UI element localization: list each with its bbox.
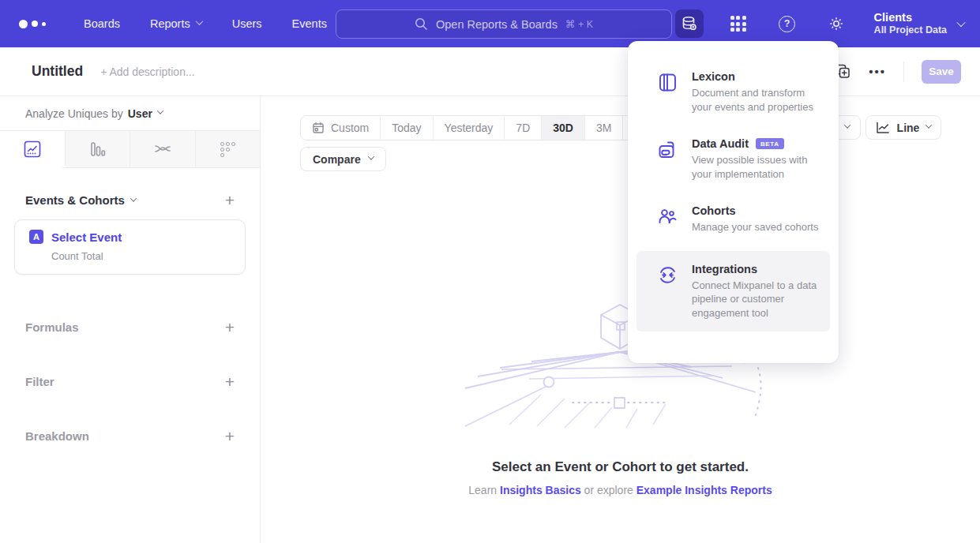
nav-events[interactable]: Events xyxy=(292,17,327,30)
line-chart-icon xyxy=(23,140,42,159)
range-30d[interactable]: 30D xyxy=(542,116,585,140)
filter-section-label: Filter xyxy=(25,375,54,388)
report-title[interactable]: Untitled xyxy=(32,63,83,80)
cohorts-people-icon xyxy=(657,206,678,227)
chevron-down-icon xyxy=(956,18,965,27)
events-cohorts-section-toggle[interactable]: Events & Cohorts xyxy=(25,193,136,207)
nav-boards[interactable]: Boards xyxy=(84,17,120,30)
chevron-down-icon xyxy=(195,17,203,25)
lexicon-book-icon xyxy=(657,72,678,93)
analyze-unit-dropdown[interactable]: User xyxy=(128,107,163,120)
grid-icon xyxy=(730,16,746,32)
tab-line-chart[interactable] xyxy=(0,131,66,168)
event-row-card[interactable]: A Select Event Count Total xyxy=(14,219,246,275)
bar-chart-icon xyxy=(88,140,106,158)
nav-reports[interactable]: Reports xyxy=(150,17,202,30)
chart-style-dropdown[interactable]: Line xyxy=(865,115,941,140)
calendar-icon xyxy=(312,122,325,134)
compare-dropdown[interactable]: Compare xyxy=(300,147,386,171)
range-custom[interactable]: Custom xyxy=(301,116,381,140)
database-gear-icon xyxy=(681,15,698,32)
more-options-button[interactable]: ••• xyxy=(869,65,886,78)
chevron-down-icon xyxy=(844,122,850,128)
global-search-input[interactable]: Open Reports & Boards ⌘ + K xyxy=(336,9,672,39)
project-picker[interactable]: Clients All Project Data xyxy=(874,10,964,37)
add-formula-button[interactable]: + xyxy=(225,319,235,335)
scatter-dots-icon xyxy=(220,142,235,157)
save-button[interactable]: Save xyxy=(922,60,961,84)
nav-users[interactable]: Users xyxy=(232,17,262,30)
add-event-button[interactable]: + xyxy=(225,192,235,208)
project-name: Clients xyxy=(874,10,947,24)
tab-flow-chart[interactable] xyxy=(130,131,196,167)
search-shortcut: ⌘ + K xyxy=(565,18,593,30)
integrations-sync-icon xyxy=(657,264,678,286)
divider xyxy=(903,62,904,82)
add-filter-button[interactable]: + xyxy=(225,373,235,390)
chart-type-tabs xyxy=(0,130,260,168)
chevron-down-icon xyxy=(130,195,137,201)
chevron-down-icon xyxy=(926,122,932,128)
line-chart-icon xyxy=(876,122,890,134)
select-event-button[interactable]: Select Event xyxy=(51,230,122,244)
gear-icon xyxy=(828,15,845,32)
menu-item-data-audit[interactable]: Data Audit BETA View possible issues wit… xyxy=(628,125,839,193)
data-audit-icon xyxy=(657,139,678,161)
analyze-label: Analyze Uniques by xyxy=(25,107,123,120)
date-range-control: Custom Today Yesterday 7D 30D 3M 6M xyxy=(300,115,662,140)
query-builder-sidebar: Analyze Uniques by User xyxy=(0,96,261,543)
range-yesterday[interactable]: Yesterday xyxy=(434,116,505,140)
settings-button[interactable] xyxy=(822,9,850,38)
event-letter-badge: A xyxy=(29,230,43,244)
breakdown-section-label: Breakdown xyxy=(25,429,89,443)
add-breakdown-button[interactable]: + xyxy=(225,428,235,444)
range-3m[interactable]: 3M xyxy=(585,116,623,140)
example-insights-reports-link[interactable]: Example Insights Reports xyxy=(636,484,772,496)
ellipsis-icon: ••• xyxy=(869,65,886,78)
search-icon xyxy=(415,17,428,31)
apps-grid-button[interactable] xyxy=(724,9,753,38)
empty-state-title: Select an Event or Cohort to get started… xyxy=(261,459,980,475)
search-placeholder: Open Reports & Boards xyxy=(436,18,558,31)
tab-bar-chart[interactable] xyxy=(66,131,131,167)
beta-badge: BETA xyxy=(756,138,784,149)
range-7d[interactable]: 7D xyxy=(505,116,542,140)
menu-item-integrations[interactable]: Integrations Connect Mixpanel to a data … xyxy=(636,251,830,332)
insights-basics-link[interactable]: Insights Basics xyxy=(500,484,581,496)
help-button[interactable]: ? xyxy=(773,9,802,38)
data-management-button[interactable] xyxy=(675,9,704,38)
menu-item-lexicon[interactable]: Lexicon Document and transform your even… xyxy=(628,58,839,125)
data-management-menu: Lexicon Document and transform your even… xyxy=(628,41,839,363)
menu-item-cohorts[interactable]: Cohorts Manage your saved cohorts xyxy=(628,193,839,246)
chevron-down-icon xyxy=(367,153,374,159)
chevron-down-icon xyxy=(157,107,163,114)
project-scope: All Project Data xyxy=(874,24,947,37)
flow-sankey-icon xyxy=(153,140,172,159)
empty-state-subtext: Learn Insights Basics or explore Example… xyxy=(261,484,980,496)
range-today[interactable]: Today xyxy=(381,116,433,140)
tab-metrics[interactable] xyxy=(196,131,261,167)
top-navigation: Boards Reports Users Events Open Reports… xyxy=(0,0,980,47)
add-description-field[interactable]: + Add description... xyxy=(100,66,194,78)
event-aggregation[interactable]: Count Total xyxy=(51,250,245,262)
mixpanel-logo[interactable] xyxy=(19,20,54,28)
formulas-section-label: Formulas xyxy=(25,320,79,334)
help-icon: ? xyxy=(779,16,795,32)
